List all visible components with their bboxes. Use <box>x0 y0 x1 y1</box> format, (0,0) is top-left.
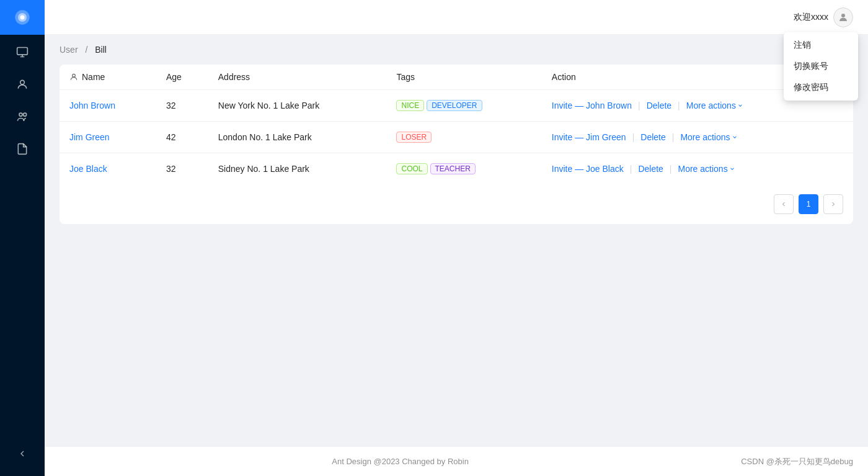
col-address: Address <box>208 65 387 90</box>
cell-age: 32 <box>156 90 208 122</box>
footer-csdn: CSDN @杀死一只知更鸟debug <box>741 456 853 467</box>
cell-tags: NICEDEVELOPER <box>386 90 541 122</box>
cell-address: London No. 1 Lake Park <box>208 122 387 153</box>
pagination: 1 <box>60 184 853 224</box>
tag-teacher: TEACHER <box>430 163 476 174</box>
next-icon <box>830 200 837 208</box>
tag-cool: COOL <box>396 163 427 174</box>
cell-tags: COOLTEACHER <box>386 153 541 185</box>
chevron-down-icon <box>732 134 738 140</box>
action-divider: | <box>632 132 635 142</box>
content-area: User / Bill Name <box>45 35 868 446</box>
invite-button[interactable]: Invite — Jim Green <box>552 132 626 142</box>
table-header-row: Name Age Address Tags Action <box>60 65 853 90</box>
action-divider: | <box>630 164 632 174</box>
delete-button[interactable]: Delete <box>640 132 665 142</box>
dropdown-item-logout[interactable]: 注销 <box>784 35 858 56</box>
cell-name: Jim Green <box>60 122 156 153</box>
cell-name: John Brown <box>60 90 156 122</box>
collapse-icon <box>17 449 27 459</box>
svg-point-4 <box>20 80 25 84</box>
sidebar-logo[interactable] <box>0 0 45 35</box>
table-row: John Brown32New York No. 1 Lake ParkNICE… <box>60 90 853 122</box>
col-name: Name <box>60 65 156 90</box>
name-link[interactable]: John Brown <box>69 101 115 110</box>
table-row: Joe Black32Sidney No. 1 Lake ParkCOOLTEA… <box>60 153 853 185</box>
action-divider: | <box>638 101 640 110</box>
chevron-down-icon <box>729 166 735 172</box>
tag-nice: NICE <box>396 100 424 111</box>
footer-copyright: Ant Design @2023 Changed by Robin <box>332 457 469 466</box>
svg-point-5 <box>19 113 22 116</box>
tag-loser: LOSER <box>396 132 432 143</box>
breadcrumb: User / Bill <box>45 35 868 65</box>
name-link[interactable]: Jim Green <box>69 132 110 142</box>
svg-point-6 <box>24 113 27 116</box>
prev-page-button[interactable] <box>774 194 794 214</box>
delete-button[interactable]: Delete <box>647 101 671 110</box>
team-icon <box>16 110 29 123</box>
breadcrumb-separator: / <box>85 45 87 55</box>
cell-tags: LOSER <box>386 122 541 153</box>
table-container: Name Age Address Tags Action John Brown3… <box>60 65 853 224</box>
sidebar-collapse-button[interactable] <box>0 441 45 466</box>
logo-icon <box>14 9 31 26</box>
table-row: Jim Green42London No. 1 Lake ParkLOSERIn… <box>60 122 853 153</box>
dropdown-item-switch[interactable]: 切换账号 <box>784 56 858 77</box>
cell-action: Invite — Joe Black|Delete|More actions <box>542 153 853 185</box>
footer: Ant Design @2023 Changed by Robin CSDN @… <box>45 446 868 476</box>
avatar-icon <box>838 12 849 23</box>
delete-button[interactable]: Delete <box>638 164 663 174</box>
more-actions-button[interactable]: More actions <box>678 164 735 174</box>
action-divider-2: | <box>678 101 680 110</box>
dropdown-menu: 注销 切换账号 修改密码 <box>784 32 858 101</box>
cell-age: 32 <box>156 153 208 185</box>
chevron-down-icon <box>737 102 743 109</box>
breadcrumb-current: Bill <box>95 45 107 55</box>
col-age: Age <box>156 65 208 90</box>
col-name-label: Name <box>82 72 105 82</box>
svg-point-2 <box>20 16 25 20</box>
sidebar <box>0 0 45 476</box>
sidebar-item-team[interactable] <box>0 102 45 132</box>
svg-point-8 <box>73 74 76 77</box>
more-actions-button[interactable]: More actions <box>686 101 743 110</box>
users-table: Name Age Address Tags Action John Brown3… <box>60 65 853 184</box>
file-icon <box>16 143 29 155</box>
page-1-button[interactable]: 1 <box>799 194 818 214</box>
svg-point-7 <box>841 14 845 17</box>
col-tags: Tags <box>386 65 541 90</box>
cell-action: Invite — Jim Green|Delete|More actions <box>542 122 853 153</box>
more-actions-button[interactable]: More actions <box>680 132 737 142</box>
action-divider-2: | <box>672 132 675 142</box>
prev-icon <box>780 200 787 208</box>
action-divider-2: | <box>670 164 672 174</box>
svg-rect-3 <box>17 48 28 55</box>
welcome-text: 欢迎xxxx <box>794 12 828 23</box>
cell-address: Sidney No. 1 Lake Park <box>208 153 387 185</box>
cell-name: Joe Black <box>60 153 156 185</box>
name-link[interactable]: Joe Black <box>69 164 107 174</box>
cell-age: 42 <box>156 122 208 153</box>
dropdown-item-password[interactable]: 修改密码 <box>784 77 858 98</box>
tag-developer: DEVELOPER <box>427 100 482 111</box>
invite-button[interactable]: Invite — Joe Black <box>552 164 624 174</box>
header: 欢迎xxxx <box>45 0 868 35</box>
breadcrumb-parent[interactable]: User <box>60 45 78 55</box>
monitor-icon <box>16 46 29 58</box>
next-page-button[interactable] <box>823 194 843 214</box>
user-avatar[interactable] <box>833 7 853 27</box>
sidebar-item-user[interactable] <box>0 70 45 99</box>
cell-address: New York No. 1 Lake Park <box>208 90 387 122</box>
user-icon <box>16 78 29 91</box>
sort-icon <box>69 73 78 81</box>
sidebar-item-file[interactable] <box>0 134 45 164</box>
sidebar-item-monitor[interactable] <box>0 37 45 67</box>
main-area: 欢迎xxxx 注销 切换账号 修改密码 User / Bill <box>45 0 868 476</box>
invite-button[interactable]: Invite — John Brown <box>552 101 632 110</box>
